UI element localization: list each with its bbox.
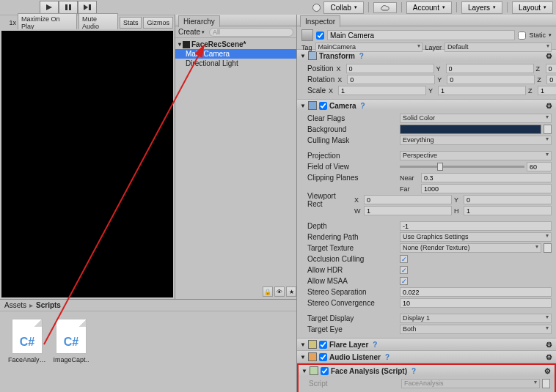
audio-enabled-checkbox[interactable]: [319, 353, 327, 361]
projection-dropdown[interactable]: Perspective: [400, 151, 552, 160]
pause-button[interactable]: [59, 1, 78, 14]
inspector-tab[interactable]: Inspector: [300, 15, 340, 27]
gear-icon[interactable]: ⚙: [544, 51, 553, 60]
clear-flags-dropdown[interactable]: Solid Color: [400, 114, 552, 123]
hierarchy-item-main-camera[interactable]: Main Camera: [175, 49, 296, 59]
stats-toggle[interactable]: Stats: [120, 17, 142, 29]
hierarchy-item-directional-light[interactable]: Directional Light: [175, 59, 296, 68]
breadcrumb-scripts[interactable]: Scripts: [36, 301, 61, 309]
collab-dropdown[interactable]: Collab▾: [323, 1, 363, 14]
layers-dropdown[interactable]: Layers▾: [461, 1, 502, 14]
fold-icon[interactable]: ▼: [300, 341, 306, 348]
near-clip-input[interactable]: [421, 173, 552, 182]
gameobject-active-checkbox[interactable]: [316, 32, 324, 40]
gear-icon[interactable]: ⚙: [543, 366, 552, 375]
hierarchy-panel: Hierarchy Create ▾ All ▾FaceRecScene* Ma…: [175, 15, 296, 299]
object-picker-icon[interactable]: [544, 243, 552, 253]
gear-icon[interactable]: ⚙: [544, 101, 553, 110]
help-icon[interactable]: ?: [359, 101, 367, 110]
viewport-h-input[interactable]: [464, 206, 552, 215]
fold-icon[interactable]: ▼: [301, 368, 307, 374]
fov-slider[interactable]: [400, 166, 524, 168]
gear-icon[interactable]: ⚙: [544, 340, 553, 349]
script-reference-field[interactable]: FaceAnalysis: [401, 379, 540, 388]
help-icon[interactable]: ?: [370, 340, 379, 349]
help-icon[interactable]: ?: [357, 51, 366, 60]
allow-msaa-checkbox[interactable]: ✓: [400, 277, 408, 285]
depth-input[interactable]: [400, 221, 552, 231]
help-icon[interactable]: ?: [409, 366, 418, 375]
fov-input[interactable]: [527, 162, 552, 171]
project-star-icon[interactable]: ★: [286, 286, 296, 297]
step-button[interactable]: [78, 1, 97, 14]
viewport-y-input[interactable]: [464, 195, 552, 204]
unity-icon: [183, 41, 190, 48]
stereo-convergence-input[interactable]: [400, 298, 552, 308]
far-clip-input[interactable]: [421, 184, 552, 193]
hierarchy-create-button[interactable]: Create ▾: [178, 28, 205, 36]
scale-y-input[interactable]: [438, 86, 526, 95]
game-view[interactable]: [1, 31, 173, 297]
cloud-button[interactable]: [373, 2, 397, 13]
zoom-label: 1x: [1, 19, 16, 26]
svg-rect-1: [65, 4, 67, 10]
asset-face-analysis[interactable]: C# FaceAnalys..: [9, 319, 45, 363]
fold-icon[interactable]: ▼: [300, 354, 306, 360]
object-picker-icon[interactable]: [542, 379, 550, 388]
account-dropdown[interactable]: Account▾: [406, 1, 452, 14]
stereo-separation-input[interactable]: [400, 287, 552, 297]
target-eye-dropdown[interactable]: Both: [400, 325, 552, 334]
tag-dropdown[interactable]: MainCamera: [315, 42, 423, 52]
rendering-path-dropdown[interactable]: Use Graphics Settings: [400, 232, 552, 242]
scene-root[interactable]: ▾FaceRecScene*: [175, 40, 296, 49]
chevron-right-icon: ▸: [29, 301, 33, 309]
static-checkbox[interactable]: [518, 32, 526, 40]
play-button[interactable]: [40, 1, 59, 14]
fold-icon[interactable]: ▼: [300, 103, 306, 109]
hierarchy-tab[interactable]: Hierarchy: [178, 15, 220, 27]
flare-enabled-checkbox[interactable]: [319, 341, 327, 349]
camera-enabled-checkbox[interactable]: [319, 102, 327, 110]
asset-image-capture[interactable]: C# ImageCapt..: [53, 319, 89, 363]
viewport-x-input[interactable]: [364, 195, 452, 204]
project-panel: 🔒 👁 ★ Assets ▸ Scripts C# FaceAnalys.. C…: [0, 299, 296, 392]
background-color-field[interactable]: [400, 125, 541, 134]
rotation-y-input[interactable]: [447, 75, 535, 84]
target-display-dropdown[interactable]: Display 1: [400, 314, 552, 323]
occlusion-culling-checkbox[interactable]: ✓: [400, 255, 408, 263]
viewport-w-input[interactable]: [364, 206, 452, 215]
breadcrumb-assets[interactable]: Assets: [4, 301, 26, 309]
project-eye-icon[interactable]: 👁: [274, 286, 285, 297]
script-enabled-checkbox[interactable]: [321, 367, 329, 375]
hierarchy-search-input[interactable]: All: [209, 28, 293, 37]
csharp-script-icon: C#: [56, 319, 87, 354]
layer-dropdown[interactable]: Default: [445, 42, 552, 52]
inspector-panel: Inspector Static ▾ Tag MainCamera Layer …: [296, 15, 556, 392]
layers-label: Layers: [468, 4, 490, 12]
transform-icon: [308, 51, 317, 60]
allow-hdr-checkbox[interactable]: ✓: [400, 266, 408, 274]
target-texture-field[interactable]: None (Render Texture): [400, 243, 541, 253]
scale-z-input[interactable]: [538, 86, 556, 95]
layer-label: Layer: [425, 44, 442, 51]
fold-icon[interactable]: ▼: [300, 53, 306, 59]
rotation-z-input[interactable]: [546, 75, 556, 84]
svg-marker-3: [84, 4, 88, 10]
flare-icon: [308, 340, 317, 349]
scale-x-input[interactable]: [338, 86, 426, 95]
play-controls: [40, 1, 97, 14]
position-y-input[interactable]: [446, 64, 534, 73]
rotation-x-input[interactable]: [347, 75, 435, 84]
help-icon[interactable]: ?: [383, 352, 392, 361]
gizmos-dropdown[interactable]: Gizmos: [143, 17, 173, 29]
color-picker-icon[interactable]: [544, 125, 552, 134]
gear-icon[interactable]: ⚙: [544, 352, 553, 361]
project-lock-icon[interactable]: 🔒: [263, 286, 273, 297]
gameobject-name-input[interactable]: [327, 30, 515, 40]
position-z-input[interactable]: [546, 64, 556, 73]
culling-mask-dropdown[interactable]: Everything: [400, 136, 552, 145]
static-dropdown-icon[interactable]: ▾: [549, 32, 552, 38]
layout-dropdown[interactable]: Layout▾: [512, 1, 553, 14]
camera-component: ▼Camera?⚙ Clear FlagsSolid Color Backgro…: [297, 100, 556, 339]
position-x-input[interactable]: [346, 64, 434, 73]
